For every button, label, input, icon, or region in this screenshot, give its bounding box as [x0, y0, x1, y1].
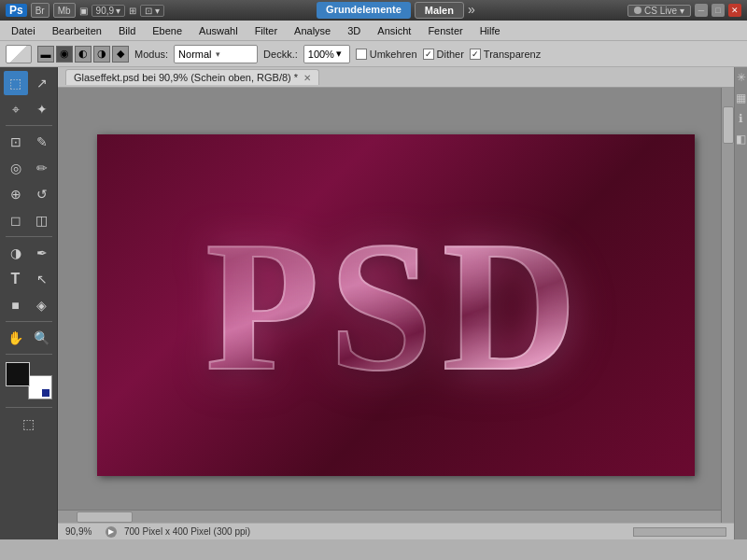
dodge-tool[interactable]: ◑ [4, 241, 28, 265]
shape-options: ▬ ◉ ◐ ◑ ◆ [37, 46, 129, 63]
vertical-scrollbar-thumb[interactable] [723, 106, 734, 144]
shape-tool[interactable]: ■ [4, 293, 28, 317]
pen-tool[interactable]: ✒ [30, 241, 54, 265]
clone-tool[interactable]: ⊕ [4, 182, 28, 206]
zoom-tool[interactable]: 🔍 [30, 326, 54, 350]
br-badge[interactable]: Br [31, 3, 49, 18]
umkehren-checkbox[interactable] [356, 49, 367, 60]
tool-separator-2 [6, 236, 52, 237]
document-close-button[interactable]: ✕ [303, 73, 311, 83]
status-icon: ▶ [106, 526, 117, 538]
gradient-tool[interactable]: ◫ [30, 208, 54, 232]
shape-angle[interactable]: ◐ [75, 46, 92, 63]
dither-label: Dither [437, 49, 464, 60]
direct-select-tool[interactable]: ↗ [30, 71, 54, 95]
blend-mode-dropdown[interactable]: Normal ▾ [174, 45, 258, 63]
more-btn[interactable]: » [468, 2, 475, 19]
shape-radial[interactable]: ◉ [56, 46, 73, 63]
zoom-value[interactable]: 90,9 ▾ [92, 5, 125, 17]
grundelemente-btn[interactable]: Grundelemente [317, 2, 411, 19]
color-swatches[interactable] [6, 362, 52, 399]
tool-row-5: ⊕ ↺ [4, 182, 54, 206]
3d-tool[interactable]: ◈ [30, 293, 54, 317]
tool-row-2: ⌖ ✦ [4, 97, 54, 121]
document-title: Glaseffekt.psd bei 90,9% (Schein oben, R… [74, 72, 298, 83]
tool-separator-3 [6, 321, 52, 322]
close-button[interactable]: ✕ [728, 4, 741, 17]
mb-badge[interactable]: Mb [53, 3, 76, 18]
info-icon[interactable]: ℹ [739, 112, 743, 125]
titlebar-left: Ps Br Mb ▣ 90,9 ▾ ⊞ ⊡ ▾ [6, 3, 164, 18]
history-brush-tool[interactable]: ↺ [30, 182, 54, 206]
document-tab[interactable]: Glaseffekt.psd bei 90,9% (Schein oben, R… [65, 69, 319, 85]
eraser-tool[interactable]: ◻ [4, 208, 28, 232]
toolbar: ⬚ ↗ ⌖ ✦ ⊡ ✎ ◎ ✏ ⊕ ↺ ◻ ◫ ◑ ✒ T [0, 67, 58, 539]
dither-checkbox[interactable] [423, 49, 434, 60]
horizontal-scrollbar-thumb[interactable] [77, 511, 133, 523]
layers-icon[interactable]: ◧ [736, 133, 746, 146]
menu-ansicht[interactable]: Ansicht [370, 23, 418, 38]
menu-hilfe[interactable]: Hilfe [472, 23, 508, 38]
umkehren-label: Umkehren [370, 49, 417, 60]
horizontal-scrollbar[interactable] [58, 510, 721, 523]
menu-filter[interactable]: Filter [247, 23, 285, 38]
transparenz-label: Transparenz [484, 49, 541, 60]
menu-ebene[interactable]: Ebene [145, 23, 190, 38]
menu-bearbeiten[interactable]: Bearbeiten [45, 23, 109, 38]
transparenz-checkbox[interactable] [470, 49, 481, 60]
arrange-control[interactable]: ⊞ [129, 6, 136, 16]
text-tool[interactable]: T [4, 267, 28, 291]
psd-canvas[interactable]: PSD PSD [97, 134, 695, 476]
spot-heal-tool[interactable]: ◎ [4, 156, 28, 180]
cs-live-btn[interactable]: CS Live ▾ [627, 5, 691, 17]
blend-mode-arrow: ▾ [216, 49, 220, 59]
selection-tool[interactable]: ⬚ [4, 71, 28, 95]
quick-mask-tool[interactable]: ⬚ [17, 412, 41, 436]
tool-row-10: ✋ 🔍 [4, 326, 54, 350]
tool-separator-1 [6, 125, 52, 126]
cs-live-indicator [634, 7, 641, 14]
path-select-tool[interactable]: ↖ [30, 267, 54, 291]
minimize-button[interactable]: ─ [695, 4, 708, 17]
right-panel: ✳ ▦ ℹ ◧ [734, 67, 747, 539]
foreground-color-swatch[interactable] [6, 362, 30, 386]
arrange-btn[interactable]: ⊡ ▾ [140, 5, 164, 17]
hand-tool[interactable]: ✋ [4, 326, 28, 350]
modus-label: Modus: [134, 49, 168, 60]
ps-logo: Ps [6, 4, 27, 17]
shape-linear[interactable]: ▬ [37, 46, 54, 63]
zoom-control[interactable]: ▣ [79, 6, 88, 16]
titlebar-center: Grundelemente Malen » [317, 2, 475, 19]
menu-3d[interactable]: 3D [340, 23, 368, 38]
shape-diamond[interactable]: ◆ [112, 46, 129, 63]
canvas-area: Glaseffekt.psd bei 90,9% (Schein oben, R… [58, 67, 734, 539]
titlebar-right: CS Live ▾ ─ □ ✕ [627, 4, 741, 17]
gradient-swatch[interactable] [6, 45, 32, 63]
malen-btn[interactable]: Malen [415, 2, 464, 19]
menu-analyse[interactable]: Analyse [287, 23, 338, 38]
eyedropper-tool[interactable]: ✎ [30, 130, 54, 154]
menu-bild[interactable]: Bild [111, 23, 143, 38]
tool-row-9: ■ ◈ [4, 293, 54, 317]
shape-reflect[interactable]: ◑ [93, 46, 110, 63]
document-tab-bar: Glaseffekt.psd bei 90,9% (Schein oben, R… [58, 67, 734, 88]
psd-text: PSD [205, 199, 586, 413]
histogram-icon[interactable]: ▦ [736, 91, 746, 105]
opacity-input[interactable]: 100% ▾ [303, 45, 350, 63]
brush-tool[interactable]: ✏ [30, 156, 54, 180]
magic-wand-tool[interactable]: ✦ [30, 97, 54, 121]
menu-fenster[interactable]: Fenster [420, 23, 470, 38]
compass-icon[interactable]: ✳ [737, 71, 746, 84]
menu-auswahl[interactable]: Auswahl [191, 23, 246, 38]
tool-row-3: ⊡ ✎ [4, 130, 54, 154]
menu-datei[interactable]: Datei [4, 23, 43, 38]
menubar: Datei Bearbeiten Bild Ebene Auswahl Filt… [0, 21, 747, 41]
optionsbar: ▬ ◉ ◐ ◑ ◆ Modus: Normal ▾ Deckk.: 100% ▾… [0, 41, 747, 67]
dither-option: Dither [423, 49, 464, 60]
crop-tool[interactable]: ⊡ [4, 130, 28, 154]
vertical-scrollbar[interactable] [721, 88, 734, 523]
lasso-tool[interactable]: ⌖ [4, 97, 28, 121]
tool-separator-4 [6, 354, 52, 355]
foreground-color-accent [41, 388, 50, 398]
maximize-button[interactable]: □ [712, 4, 725, 17]
